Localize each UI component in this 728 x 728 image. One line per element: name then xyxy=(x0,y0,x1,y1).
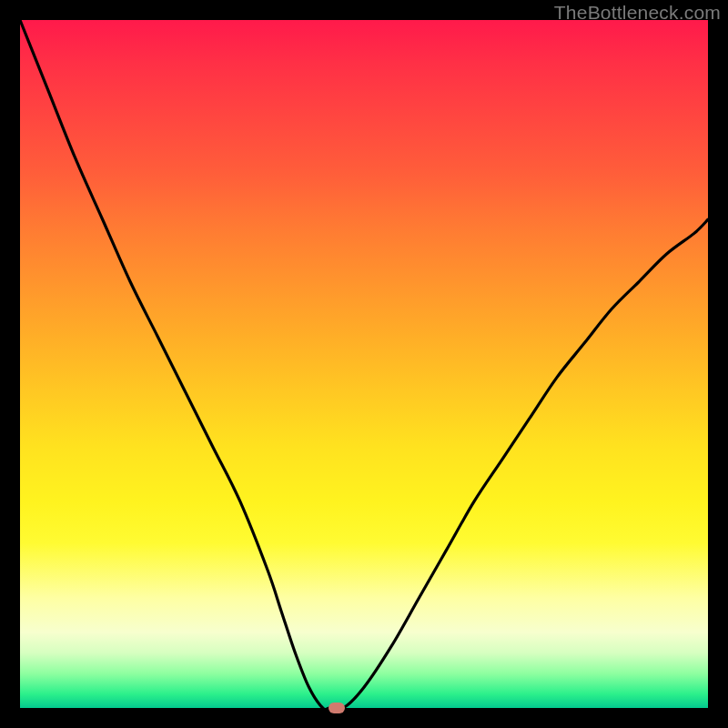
optimum-marker xyxy=(329,703,345,713)
plot-area xyxy=(20,20,708,708)
chart-frame: TheBottleneck.com xyxy=(0,0,728,728)
watermark-text: TheBottleneck.com xyxy=(554,2,721,24)
bottleneck-curve xyxy=(20,20,708,708)
